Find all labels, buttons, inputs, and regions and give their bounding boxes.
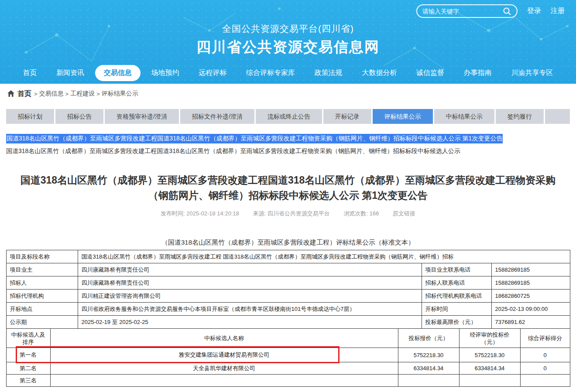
breadcrumb-home[interactable]: 首页 (17, 89, 31, 99)
breadcrumb-separator: > (65, 91, 69, 97)
reviewed-price-cell: 5752218.30 (459, 348, 520, 362)
info-label: 开标时间 (422, 303, 491, 316)
breadcrumb-trade-info[interactable]: 交易信息 (39, 90, 64, 98)
tab-bid-opening-record[interactable]: 开标记录 (323, 109, 371, 124)
table-row-first-place: 第一名 雅安交建集团运通建材贸易有限公司 5752218.30 5752218.… (6, 348, 570, 362)
info-value: 18682860725 (491, 290, 570, 303)
candidate-name-cell (50, 375, 398, 387)
candidates-section: 中标候选人及排序 中标候选人名称 投标报价（元） 经评审的投标价（元） 综合评标… (0, 328, 576, 387)
tab-contract-performance[interactable]: 签约履行 (496, 109, 544, 124)
info-value: 国道318名山区黑竹（成都界）至雨城区多营段改建工程 国道318名山区黑竹（成都… (78, 250, 570, 263)
table-row-second-place: 第二名 天全县凯华建材有限公司 6334814.34 6334814.34 0 (6, 362, 570, 375)
tab-bidding-plan[interactable]: 招标计划 (6, 109, 54, 124)
breadcrumb-evaluation-results[interactable]: 评标结果公示 (102, 90, 138, 98)
search-input[interactable] (422, 8, 503, 15)
nav-item-venue-booking[interactable]: 场地预约 (143, 65, 188, 81)
breadcrumb-separator: > (96, 91, 100, 97)
tab-prequalification-supplement[interactable]: 资格预审补遗/澄清 (105, 109, 179, 124)
search-box[interactable] (416, 4, 518, 18)
table-row: 项目及标段名称 国道318名山区黑竹（成都界）至雨城区多营段改建工程 国道318… (6, 250, 570, 263)
info-label: 公示期 (6, 316, 78, 329)
score-cell: 0 (520, 362, 570, 375)
candidate-name-cell: 雅安交建集团运通建材贸易有限公司 (50, 348, 398, 362)
info-value: 四川精正建设管理咨询有限公司 (78, 290, 422, 303)
login-link[interactable]: 登录 (527, 7, 541, 16)
publish-time-value: 2025-02-18 14:20:18 (186, 210, 239, 217)
tab-bidding-announcement[interactable]: 招标公告 (55, 109, 103, 124)
col-header-bid-price: 投标报价（元） (398, 329, 459, 348)
bid-price-cell: 6334814.34 (398, 362, 459, 375)
category-tab-bar: 招标计划 招标公告 资格预审补遗/澄清 招标文件补遗/澄清 流标或终止公告 开标… (6, 109, 570, 124)
info-label: 项目业主联系电话 (422, 263, 491, 276)
tab-evaluation-results[interactable]: 评标结果公示 (373, 109, 433, 124)
nav-item-remote-evaluation[interactable]: 远程评标 (190, 65, 235, 81)
nav-item-policies[interactable]: 政策法规 (306, 65, 351, 81)
breadcrumb: 首页 > 交易信息 > 工程建设 > 评标结果公示 (0, 84, 576, 104)
nav-item-integrity[interactable]: 诚信监督 (408, 65, 453, 81)
bid-price-cell: 5752218.30 (398, 348, 459, 362)
tab-bar-filler (545, 109, 570, 124)
list-item[interactable]: 国道318名山区黑竹（成都界）至雨城区多营段改建工程国道318名山区黑竹（成都界… (6, 147, 570, 155)
score-cell: 0 (520, 348, 570, 362)
project-info-table: 项目及标段名称 国道318名山区黑竹（成都界）至雨城区多营段改建工程 国道318… (6, 250, 570, 329)
header-top-bar: 登录 注册 (416, 4, 565, 18)
table-row: 公示期 2025-02-19 至 2025-02-25 投标最高限价（元） 73… (6, 316, 570, 329)
info-label: 投标最高限价（元） (422, 316, 491, 329)
info-label: 开标地点 (6, 303, 78, 316)
col-header-candidate-name: 中标候选人名称 (50, 329, 398, 348)
views-label: 浏览次数: (343, 210, 369, 217)
info-value: 15882869185 (491, 263, 570, 276)
table-header-row: 中标候选人及排序 中标候选人名称 投标报价（元） 经评审的投标价（元） 综合评标… (6, 329, 570, 348)
info-label: 项目及标段名称 (6, 250, 78, 263)
result-list: 国道318名山区黑竹（成都界）至雨城区多营段改建工程国道318名山区黑竹（成都界… (6, 134, 570, 155)
reviewed-price-cell: 6334814.34 (459, 362, 520, 375)
info-label: 招标代理机构联系电话 (422, 290, 491, 303)
list-item-selected[interactable]: 国道318名山区黑竹（成都界）至雨城区多营段改建工程国道318名山区黑竹（成都界… (6, 134, 503, 143)
info-label: 招标代理机构 (6, 290, 78, 303)
table-row: 项目业主 四川康藏路桥有限责任公司 项目业主联系电话 15882869185 (6, 263, 570, 276)
table-row: 招标人 四川康藏路桥有限责任公司 招标人联系电话 15882869185 (6, 276, 570, 290)
col-header-score: 综合评标得分 (520, 329, 570, 348)
info-value: 四川康藏路桥有限责任公司 (78, 263, 422, 276)
rank-cell: 第三名 (6, 375, 50, 387)
original-link[interactable]: 原文链接 (393, 210, 415, 217)
nav-item-home[interactable]: 首页 (14, 65, 45, 81)
register-link[interactable]: 注册 (551, 7, 565, 16)
bid-price-cell (398, 375, 459, 387)
tab-failed-or-terminated[interactable]: 流标或终止公告 (256, 109, 322, 124)
source-label: 来源: (253, 210, 267, 217)
col-header-rank: 中标候选人及排序 (6, 329, 50, 348)
home-icon[interactable] (7, 90, 15, 98)
rank-cell: 第二名 (6, 362, 50, 375)
info-value: 四川省政府政务服务和公共资源交易服务中心本项目开标室（成都市青羊区鼓楼南街101… (78, 303, 422, 316)
info-value: 四川康藏路桥有限责任公司 (78, 276, 422, 290)
table-row-third-place: 第三名 (6, 375, 570, 387)
rank-cell: 第一名 (6, 348, 50, 362)
nav-item-expert-database[interactable]: 综合评标专家库 (237, 65, 304, 81)
table-row: 招标代理机构 四川精正建设管理咨询有限公司 招标代理机构联系电话 1868286… (6, 290, 570, 303)
source-value: 四川省公共资源交易平台 (267, 210, 330, 217)
info-label: 招标人 (6, 276, 78, 290)
info-value: 7376891.62 (491, 316, 570, 329)
info-value: 2025-02-13 09:00:00 (491, 303, 570, 316)
notice-caption: （国道318名山区黑竹（成都界）至雨城区多营段改建工程）评标结果公示（标准文本） (0, 239, 576, 247)
info-value: 2025-02-19 至 2025-02-25 (78, 316, 422, 329)
table-row: 开标地点 四川省政府政务服务和公共资源交易服务中心本项目开标室（成都市青羊区鼓楼… (6, 303, 570, 316)
info-label: 招标人联系电话 (422, 276, 491, 290)
nav-item-big-data[interactable]: 大数据分析 (353, 65, 405, 81)
site-header: 登录 注册 全国公共资源交易平台(四川省) 四川省公共资源交易信息网 首页 新闻… (0, 0, 576, 84)
tab-winning-results[interactable]: 中标结果公示 (434, 109, 494, 124)
nav-item-guide[interactable]: 办事指南 (455, 65, 501, 81)
search-icon[interactable] (503, 7, 511, 16)
article-meta: 发布时间: 2025-02-18 14:20:18 来源: 四川省公共资源交易平… (0, 210, 576, 218)
page-title: 国道318名山区黑竹（成都界）至雨城区多营段改建工程国道318名山区黑竹（成都界… (14, 173, 562, 203)
site-title: 四川省公共资源交易信息网 (0, 37, 576, 57)
publish-time-label: 发布时间: (161, 210, 186, 217)
tab-document-supplement[interactable]: 招标文件补遗/澄清 (180, 109, 254, 124)
col-header-reviewed-price: 经评审的投标价（元） (459, 329, 520, 348)
nav-item-chuanyu-zone[interactable]: 川渝共享专区 (503, 65, 562, 81)
breadcrumb-engineering[interactable]: 工程建设 (70, 90, 95, 98)
nav-item-news[interactable]: 新闻资讯 (48, 65, 93, 81)
nav-item-trade-info[interactable]: 交易信息 (95, 65, 141, 81)
info-value: 15882869185 (491, 276, 570, 290)
